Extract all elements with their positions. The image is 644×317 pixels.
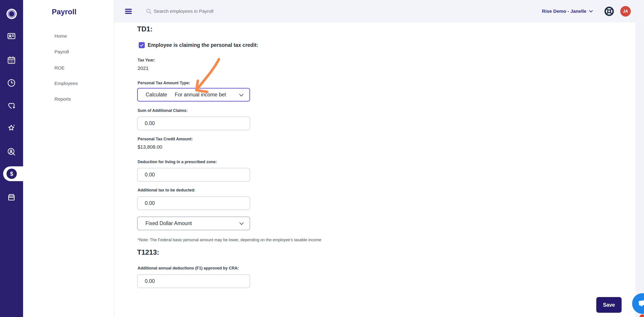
note-text: *Note: The Federal basic personal amount… [138,238,321,242]
icon-rail: $ [0,0,23,317]
rise-logo[interactable] [6,9,17,19]
sidebar: Payroll Home Payroll ROE Employees Repor… [23,0,114,317]
prescribed-zone-label: Deduction for living in a prescribed zon… [138,160,217,164]
dollar-icon[interactable]: $ [6,169,17,179]
additional-tax-type-select[interactable]: Fixed Dollar Amount [137,217,250,230]
chevron-down-icon[interactable] [588,9,594,14]
checkbox-label: Employee is claiming the personal tax cr… [148,42,258,48]
account-area: Rise Demo - Janelle JA [542,0,631,23]
account-menu[interactable]: Rise Demo - Janelle [542,9,586,14]
store-icon[interactable] [7,193,16,202]
help-icon[interactable] [604,6,614,17]
credit-amount-value: $13,808.00 [138,144,162,150]
chevron-down-icon [238,92,245,99]
additional-tax-input[interactable] [137,196,250,210]
calendar-icon[interactable] [7,56,16,65]
section-heading-t1213: T1213: [137,248,159,256]
sum-claims-input[interactable] [137,117,250,130]
annotation-arrow-icon [189,56,225,96]
menu-icon[interactable] [125,9,132,14]
credit-amount-label: Personal Tax Credit Amount: [138,137,193,141]
chevron-down-icon [238,220,245,227]
cra-deductions-input[interactable] [137,274,250,288]
save-button[interactable]: Save [596,297,622,313]
select-value-primary: Calculate [146,92,167,98]
select-value: Fixed Dollar Amount [146,220,192,226]
additional-tax-label: Additional tax to be deducted: [138,188,196,193]
clock-icon[interactable] [7,79,16,87]
search-icon [146,8,152,14]
check-icon [140,43,144,48]
tax-year-label: Tax Year: [138,58,155,63]
scrollbar-gutter[interactable] [636,23,644,317]
sum-claims-label: Sum of Additional Claims: [138,108,188,113]
sidebar-item-employees[interactable]: Employees [54,81,78,86]
star-icon[interactable] [7,123,16,132]
chat-bubble-icon [636,298,644,309]
section-heading-td1: TD1: [137,25,152,33]
personal-tax-credit-checkbox[interactable] [139,42,145,48]
chat-launcher-button[interactable] [632,293,644,314]
prescribed-zone-input[interactable] [137,168,250,182]
sidebar-item-home[interactable]: Home [54,34,67,39]
tax-year-value: 2021 [138,66,148,71]
page-title: Payroll [52,8,76,16]
personal-tax-credit-checkbox-row: Employee is claiming the personal tax cr… [139,42,258,48]
avatar[interactable]: JA [620,6,631,17]
sidebar-item-payroll[interactable]: Payroll [54,49,69,55]
person-search-icon[interactable] [7,147,16,156]
sidebar-item-reports[interactable]: Reports [54,96,71,102]
heart-plus-icon[interactable] [7,101,16,110]
search-input[interactable] [154,7,279,16]
cra-deductions-label: Additional annual deductions (F1) approv… [138,266,239,271]
amount-type-label: Personal Tax Amount Type: [138,81,190,85]
contact-card-icon[interactable] [7,32,16,41]
sidebar-item-roe[interactable]: ROE [54,65,65,71]
